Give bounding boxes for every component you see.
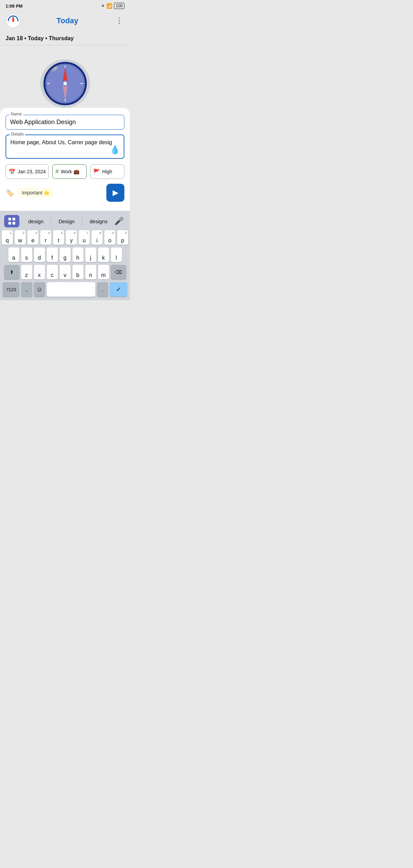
status-icon-set: ✕: [101, 3, 105, 8]
suggestion-1[interactable]: design: [26, 217, 46, 226]
svg-rect-14: [8, 218, 11, 220]
comma-key[interactable]: ,: [21, 282, 32, 297]
status-time: 1:09 PM: [6, 3, 23, 9]
done-key[interactable]: ✓: [110, 282, 127, 297]
key-m[interactable]: m: [98, 265, 109, 279]
key-v[interactable]: v: [60, 265, 71, 279]
emoji-key[interactable]: ☺: [34, 282, 45, 297]
shift-key[interactable]: ⬆: [4, 265, 19, 279]
date-button[interactable]: 📅 Jan 23, 2024: [6, 164, 49, 179]
keyboard-bottom-row: ?123 , ☺ . ✓: [1, 282, 129, 299]
key-p[interactable]: 0p: [117, 230, 128, 245]
divider-1: [51, 218, 51, 225]
key-d[interactable]: d: [34, 248, 45, 262]
name-label: Name: [9, 112, 23, 116]
details-field[interactable]: Details Home page, About Us, Carrer page…: [6, 134, 124, 159]
key-o[interactable]: 9o: [104, 230, 115, 245]
key-u[interactable]: 7u: [79, 230, 90, 245]
key-z[interactable]: z: [21, 265, 32, 279]
name-value[interactable]: Web Application Design: [10, 118, 120, 126]
calendar-icon: 📅: [9, 168, 16, 175]
key-k[interactable]: k: [98, 248, 109, 262]
key-i[interactable]: 8i: [91, 230, 103, 245]
keyboard-row-3: ⬆ z x c v b n m ⌫: [1, 265, 129, 279]
space-key[interactable]: [47, 282, 95, 297]
key-l[interactable]: l: [111, 248, 122, 262]
svg-point-1: [12, 20, 14, 22]
suggestion-3[interactable]: designs: [88, 217, 110, 226]
key-q[interactable]: 1q: [2, 230, 13, 245]
tag-section: 🏷️ Important 🌟: [6, 188, 54, 198]
flag-icon: 🚩: [93, 168, 100, 175]
key-r[interactable]: 4r: [40, 230, 51, 245]
svg-rect-17: [12, 222, 15, 225]
key-e[interactable]: 3e: [27, 230, 38, 245]
submit-icon: ▶: [113, 188, 118, 197]
key-t[interactable]: 5t: [53, 230, 64, 245]
key-f[interactable]: f: [47, 248, 58, 262]
period-key[interactable]: .: [97, 282, 108, 297]
tag-icon: 🏷️: [6, 189, 14, 197]
wifi-icon: 📶: [106, 3, 112, 9]
apps-button[interactable]: [4, 215, 19, 227]
priority-button[interactable]: 🚩 High: [90, 164, 124, 179]
key-h[interactable]: h: [72, 248, 84, 262]
tag-label: Important 🌟: [22, 190, 50, 196]
battery-icon: 100: [114, 3, 124, 9]
keyboard-row-1: 1q 2w 3e 4r 5t 6y 7u 8i 9o 0p: [1, 230, 129, 245]
mic-button[interactable]: 🎤: [112, 215, 126, 227]
bottom-sheet: Name Web Application Design Details Home…: [0, 108, 130, 211]
date-text: Jan 18 • Today • Thursday: [6, 35, 74, 41]
svg-rect-15: [12, 218, 15, 220]
symbols-key[interactable]: ?123: [3, 282, 19, 297]
svg-rect-16: [8, 222, 11, 225]
key-g[interactable]: g: [60, 248, 71, 262]
name-field[interactable]: Name Web Application Design: [6, 115, 124, 130]
key-b[interactable]: b: [72, 265, 84, 279]
suggestions-row: design Design designs 🎤: [1, 214, 129, 230]
keyboard: design Design designs 🎤 1q 2w 3e 4r 5t 6…: [0, 211, 130, 300]
key-y[interactable]: 6y: [66, 230, 77, 245]
status-bar: 1:09 PM ✕ 📶 100: [0, 0, 130, 10]
compass-illustration: [37, 45, 93, 108]
backspace-key[interactable]: ⌫: [111, 265, 126, 279]
key-s[interactable]: s: [21, 248, 32, 262]
key-n[interactable]: n: [85, 265, 96, 279]
date-row: Jan 18 • Today • Thursday: [0, 33, 130, 45]
priority-button-label: High: [102, 169, 112, 174]
work-button-label: Work 💼: [61, 169, 79, 174]
divider-2: [82, 218, 82, 225]
keyboard-row-2: a s d f g h j k l: [1, 248, 129, 262]
menu-button[interactable]: ⋮: [114, 15, 124, 27]
hash-icon: #: [55, 168, 59, 175]
date-button-label: Jan 23, 2024: [18, 169, 46, 174]
action-buttons-row: 📅 Jan 23, 2024 # Work 💼 🚩 High: [6, 164, 124, 179]
tag-chip[interactable]: Important 🌟: [17, 188, 54, 198]
key-a[interactable]: a: [8, 248, 19, 262]
details-label: Details: [10, 132, 25, 137]
key-x[interactable]: x: [34, 265, 45, 279]
page-title: Today: [21, 16, 114, 25]
status-icons: ✕ 📶 100: [101, 3, 124, 9]
top-bar: Today ⋮: [0, 10, 130, 33]
details-value[interactable]: Home page, About Us, Carrer page desig: [10, 138, 120, 146]
key-c[interactable]: c: [47, 265, 58, 279]
svg-point-11: [63, 82, 67, 85]
water-drop-icon: 💧: [110, 145, 120, 155]
suggestion-words: design Design designs: [24, 217, 112, 226]
submit-button[interactable]: ▶: [106, 184, 124, 202]
app-logo: [6, 13, 21, 28]
work-tag-button[interactable]: # Work 💼: [52, 164, 87, 179]
suggestion-2[interactable]: Design: [56, 217, 77, 226]
key-w[interactable]: 2w: [15, 230, 26, 245]
tag-submit-row: 🏷️ Important 🌟 ▶: [6, 184, 124, 202]
compass-area: [0, 45, 130, 108]
key-j[interactable]: j: [85, 248, 96, 262]
